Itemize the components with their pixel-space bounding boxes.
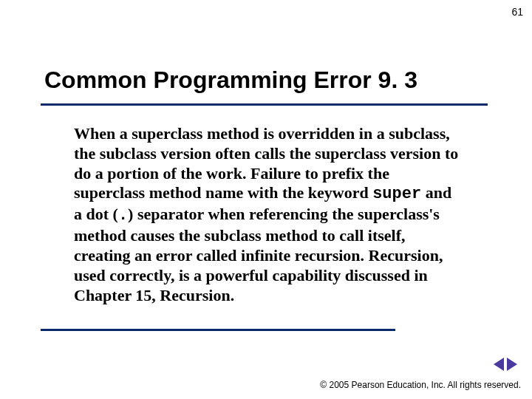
body-part3: ) separator when referencing the supercl…: [74, 205, 443, 304]
bottom-underline: [41, 329, 395, 331]
page-number: 61: [511, 6, 523, 18]
next-arrow-icon[interactable]: [507, 358, 517, 371]
slide-title: Common Programming Error 9. 3: [44, 66, 488, 94]
copyright-symbol: ©: [320, 380, 327, 390]
nav-arrows: [494, 358, 517, 371]
keyword-dot: .: [118, 206, 128, 225]
footer-text: 2005 Pearson Education, Inc. All rights …: [327, 380, 521, 390]
footer-copyright: © 2005 Pearson Education, Inc. All right…: [320, 380, 521, 390]
keyword-super: super: [372, 185, 421, 203]
body-text: When a superclass method is overridden i…: [74, 124, 462, 305]
prev-arrow-icon[interactable]: [494, 358, 504, 371]
title-underline: [41, 103, 488, 106]
